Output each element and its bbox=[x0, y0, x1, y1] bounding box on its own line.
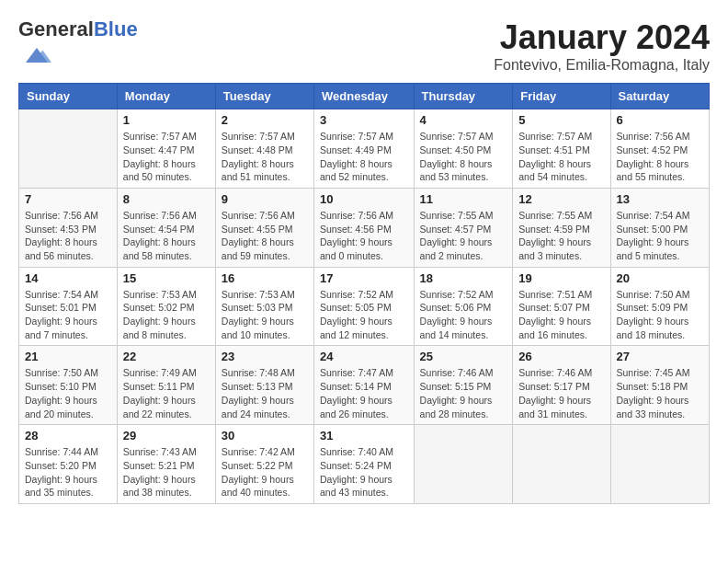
day-number: 20 bbox=[617, 271, 703, 285]
location-subtitle: Fontevivo, Emilia-Romagna, Italy bbox=[494, 57, 710, 74]
calendar-cell: 18Sunrise: 7:52 AMSunset: 5:06 PMDayligh… bbox=[414, 267, 513, 346]
day-info: Sunrise: 7:54 AMSunset: 5:01 PMDaylight:… bbox=[25, 288, 111, 342]
weekday-header: Friday bbox=[513, 84, 610, 109]
day-info: Sunrise: 7:46 AMSunset: 5:15 PMDaylight:… bbox=[420, 366, 507, 420]
day-info: Sunrise: 7:53 AMSunset: 5:02 PMDaylight:… bbox=[123, 288, 210, 342]
day-info: Sunrise: 7:40 AMSunset: 5:24 PMDaylight:… bbox=[320, 445, 408, 500]
calendar-cell bbox=[414, 425, 513, 504]
day-number: 6 bbox=[617, 113, 703, 127]
day-number: 14 bbox=[25, 271, 111, 285]
day-number: 31 bbox=[320, 429, 408, 442]
day-info: Sunrise: 7:50 AMSunset: 5:10 PMDaylight:… bbox=[25, 366, 111, 420]
calendar-cell: 28Sunrise: 7:44 AMSunset: 5:20 PMDayligh… bbox=[19, 425, 118, 504]
day-number: 15 bbox=[123, 271, 210, 285]
day-number: 2 bbox=[222, 113, 308, 127]
calendar-cell bbox=[610, 425, 709, 504]
calendar-cell: 29Sunrise: 7:43 AMSunset: 5:21 PMDayligh… bbox=[117, 425, 215, 504]
day-info: Sunrise: 7:47 AMSunset: 5:14 PMDaylight:… bbox=[320, 366, 408, 420]
calendar-cell: 9Sunrise: 7:56 AMSunset: 4:55 PMDaylight… bbox=[215, 188, 313, 267]
day-number: 18 bbox=[420, 271, 507, 285]
day-number: 26 bbox=[518, 350, 604, 363]
weekday-header: Monday bbox=[117, 84, 215, 109]
calendar-week-row: 21Sunrise: 7:50 AMSunset: 5:10 PMDayligh… bbox=[19, 346, 710, 425]
day-info: Sunrise: 7:50 AMSunset: 5:09 PMDaylight:… bbox=[617, 288, 703, 342]
calendar-cell: 13Sunrise: 7:54 AMSunset: 5:00 PMDayligh… bbox=[610, 188, 709, 267]
calendar-cell: 21Sunrise: 7:50 AMSunset: 5:10 PMDayligh… bbox=[19, 346, 118, 425]
day-info: Sunrise: 7:57 AMSunset: 4:51 PMDaylight:… bbox=[518, 130, 604, 184]
day-number: 11 bbox=[420, 192, 507, 206]
day-info: Sunrise: 7:57 AMSunset: 4:50 PMDaylight:… bbox=[420, 130, 507, 184]
calendar-cell: 3Sunrise: 7:57 AMSunset: 4:49 PMDaylight… bbox=[314, 109, 415, 189]
calendar-cell: 31Sunrise: 7:40 AMSunset: 5:24 PMDayligh… bbox=[314, 425, 415, 504]
page-header: GeneralBlue January 2024 Fontevivo, Emil… bbox=[18, 18, 710, 74]
calendar-cell: 4Sunrise: 7:57 AMSunset: 4:50 PMDaylight… bbox=[414, 109, 513, 189]
day-info: Sunrise: 7:57 AMSunset: 4:48 PMDaylight:… bbox=[222, 130, 308, 184]
weekday-header: Saturday bbox=[610, 84, 709, 109]
day-info: Sunrise: 7:57 AMSunset: 4:49 PMDaylight:… bbox=[320, 130, 408, 184]
day-info: Sunrise: 7:43 AMSunset: 5:21 PMDaylight:… bbox=[123, 445, 210, 500]
day-number: 7 bbox=[25, 192, 111, 206]
weekday-header: Sunday bbox=[19, 84, 118, 109]
month-title: January 2024 bbox=[494, 18, 710, 57]
calendar-cell: 15Sunrise: 7:53 AMSunset: 5:02 PMDayligh… bbox=[117, 267, 215, 346]
day-number: 4 bbox=[420, 113, 507, 127]
day-info: Sunrise: 7:49 AMSunset: 5:11 PMDaylight:… bbox=[123, 366, 210, 420]
calendar-cell: 10Sunrise: 7:56 AMSunset: 4:56 PMDayligh… bbox=[314, 188, 415, 267]
day-number: 19 bbox=[518, 271, 604, 285]
day-number: 23 bbox=[222, 350, 308, 363]
day-info: Sunrise: 7:56 AMSunset: 4:56 PMDaylight:… bbox=[320, 209, 408, 263]
calendar-cell: 22Sunrise: 7:49 AMSunset: 5:11 PMDayligh… bbox=[117, 346, 215, 425]
calendar-cell: 19Sunrise: 7:51 AMSunset: 5:07 PMDayligh… bbox=[513, 267, 610, 346]
day-info: Sunrise: 7:44 AMSunset: 5:20 PMDaylight:… bbox=[25, 445, 111, 500]
calendar-cell: 25Sunrise: 7:46 AMSunset: 5:15 PMDayligh… bbox=[414, 346, 513, 425]
day-number: 28 bbox=[25, 429, 111, 442]
calendar-table: SundayMondayTuesdayWednesdayThursdayFrid… bbox=[18, 83, 710, 504]
logo-icon bbox=[22, 40, 51, 70]
day-info: Sunrise: 7:46 AMSunset: 5:17 PMDaylight:… bbox=[518, 366, 604, 420]
calendar-week-row: 7Sunrise: 7:56 AMSunset: 4:53 PMDaylight… bbox=[19, 188, 710, 267]
calendar-cell: 8Sunrise: 7:56 AMSunset: 4:54 PMDaylight… bbox=[117, 188, 215, 267]
day-info: Sunrise: 7:52 AMSunset: 5:06 PMDaylight:… bbox=[420, 288, 507, 342]
logo: GeneralBlue bbox=[18, 18, 138, 74]
calendar-cell: 30Sunrise: 7:42 AMSunset: 5:22 PMDayligh… bbox=[215, 425, 313, 504]
weekday-header-row: SundayMondayTuesdayWednesdayThursdayFrid… bbox=[19, 84, 710, 109]
day-number: 25 bbox=[420, 350, 507, 363]
day-info: Sunrise: 7:45 AMSunset: 5:18 PMDaylight:… bbox=[617, 366, 703, 420]
calendar-cell: 1Sunrise: 7:57 AMSunset: 4:47 PMDaylight… bbox=[117, 109, 215, 189]
day-info: Sunrise: 7:51 AMSunset: 5:07 PMDaylight:… bbox=[518, 288, 604, 342]
day-number: 16 bbox=[222, 271, 308, 285]
weekday-header: Thursday bbox=[414, 84, 513, 109]
day-info: Sunrise: 7:56 AMSunset: 4:55 PMDaylight:… bbox=[222, 209, 308, 263]
day-number: 1 bbox=[123, 113, 210, 127]
calendar-cell: 20Sunrise: 7:50 AMSunset: 5:09 PMDayligh… bbox=[610, 267, 709, 346]
calendar-cell: 2Sunrise: 7:57 AMSunset: 4:48 PMDaylight… bbox=[215, 109, 313, 189]
weekday-header: Tuesday bbox=[215, 84, 313, 109]
day-number: 27 bbox=[617, 350, 703, 363]
calendar-cell: 24Sunrise: 7:47 AMSunset: 5:14 PMDayligh… bbox=[314, 346, 415, 425]
day-info: Sunrise: 7:53 AMSunset: 5:03 PMDaylight:… bbox=[222, 288, 308, 342]
day-number: 10 bbox=[320, 192, 408, 206]
day-info: Sunrise: 7:57 AMSunset: 4:47 PMDaylight:… bbox=[123, 130, 210, 184]
day-number: 30 bbox=[222, 429, 308, 442]
day-number: 12 bbox=[518, 192, 604, 206]
calendar-cell bbox=[19, 109, 118, 189]
logo-blue-text: Blue bbox=[94, 17, 138, 40]
day-number: 21 bbox=[25, 350, 111, 363]
weekday-header: Wednesday bbox=[314, 84, 415, 109]
day-info: Sunrise: 7:56 AMSunset: 4:54 PMDaylight:… bbox=[123, 209, 210, 263]
calendar-cell: 7Sunrise: 7:56 AMSunset: 4:53 PMDaylight… bbox=[19, 188, 118, 267]
calendar-cell: 23Sunrise: 7:48 AMSunset: 5:13 PMDayligh… bbox=[215, 346, 313, 425]
day-number: 24 bbox=[320, 350, 408, 363]
title-block: January 2024 Fontevivo, Emilia-Romagna, … bbox=[494, 18, 710, 74]
day-number: 13 bbox=[617, 192, 703, 206]
day-number: 3 bbox=[320, 113, 408, 127]
day-number: 5 bbox=[518, 113, 604, 127]
calendar-cell: 16Sunrise: 7:53 AMSunset: 5:03 PMDayligh… bbox=[215, 267, 313, 346]
logo-general-text: General bbox=[18, 17, 94, 40]
day-info: Sunrise: 7:48 AMSunset: 5:13 PMDaylight:… bbox=[222, 366, 308, 420]
calendar-cell: 14Sunrise: 7:54 AMSunset: 5:01 PMDayligh… bbox=[19, 267, 118, 346]
calendar-cell: 11Sunrise: 7:55 AMSunset: 4:57 PMDayligh… bbox=[414, 188, 513, 267]
day-number: 29 bbox=[123, 429, 210, 442]
calendar-week-row: 14Sunrise: 7:54 AMSunset: 5:01 PMDayligh… bbox=[19, 267, 710, 346]
day-number: 9 bbox=[222, 192, 308, 206]
